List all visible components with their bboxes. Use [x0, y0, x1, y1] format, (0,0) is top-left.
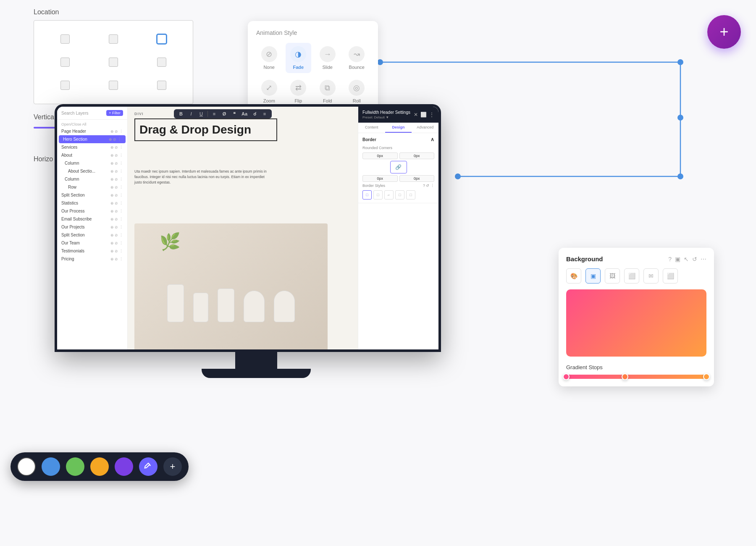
- bg-cursor-icon[interactable]: ↖: [684, 256, 689, 262]
- bg-reset-icon[interactable]: ↺: [692, 256, 697, 262]
- gradient-slider[interactable]: [566, 375, 706, 379]
- color-swatch-blue[interactable]: [42, 457, 60, 476]
- bold-button[interactable]: B: [177, 111, 185, 116]
- tab-design[interactable]: Design: [385, 123, 412, 133]
- sidebar-item-row[interactable]: Row ⊕ ⊘ ⋮: [57, 183, 127, 191]
- border-style-dashed[interactable]: ⌐: [384, 190, 394, 200]
- anim-item-none[interactable]: ⊘ None: [256, 43, 282, 73]
- color-swatch-orange[interactable]: [90, 457, 109, 476]
- list-button[interactable]: ≡: [261, 111, 268, 116]
- sidebar-item-about[interactable]: About ⊕ ⊘ ⋮: [57, 151, 127, 159]
- anim-item-fold[interactable]: ⧉ Fold: [315, 76, 341, 107]
- sidebar-item-services[interactable]: Services ⊕ ⊘ ⋮: [57, 143, 127, 151]
- fab-add-button[interactable]: +: [707, 15, 741, 49]
- svg-point-5: [677, 173, 683, 179]
- border-style-solid[interactable]: □: [373, 190, 383, 200]
- sidebar-item-about-section[interactable]: About Sectio... ⊕ ⊘ ⋮: [57, 167, 127, 175]
- corner-bl-input[interactable]: 0px: [362, 175, 398, 182]
- border-toggle[interactable]: ∧: [430, 136, 434, 142]
- quote-button[interactable]: ❝: [231, 111, 238, 117]
- expand-icon[interactable]: ⬜: [420, 112, 427, 118]
- anim-item-roll[interactable]: ◎ Roll: [344, 76, 370, 107]
- anim-item-zoom[interactable]: ⤢ Zoom: [256, 76, 282, 107]
- bg-more-icon[interactable]: ⋯: [701, 256, 706, 262]
- border-help[interactable]: ? ↺ ⋮: [423, 184, 434, 188]
- border-styles-label: Border Styles: [362, 184, 385, 188]
- border-style-double[interactable]: □: [406, 190, 415, 200]
- location-cell-bl[interactable]: [41, 74, 89, 97]
- location-cell-tc[interactable]: [89, 27, 137, 50]
- sidebar-item-testimonials[interactable]: Testimonials ⊕ ⊘ ⋮: [57, 247, 127, 255]
- open-close-all[interactable]: Open/Close All: [57, 120, 127, 127]
- color-swatch-white[interactable]: [17, 457, 36, 476]
- gradient-stop-2[interactable]: [622, 373, 628, 380]
- sidebar-item-statistics[interactable]: Statistics ⊕ ⊘ ⋮: [57, 199, 127, 207]
- border-style-dotted[interactable]: □: [395, 190, 404, 200]
- sidebar-item-column2[interactable]: Column ⊕ ⊘ ⋮: [57, 175, 127, 183]
- corner-tl-input[interactable]: 0px: [362, 152, 398, 159]
- bg-type-gradient[interactable]: ▣: [585, 268, 601, 284]
- sidebar-item-email-subscribe[interactable]: Email Subscribe ⊕ ⊘ ⋮: [57, 215, 127, 223]
- location-cell-ml[interactable]: [41, 50, 89, 74]
- sidebar-item-page-header[interactable]: Page Header ⊕ ⊘ ⋮: [57, 127, 127, 135]
- location-cell-mr[interactable]: [138, 50, 186, 74]
- add-color-button[interactable]: +: [163, 457, 182, 476]
- hero-text-box[interactable]: Drag & Drop Design: [134, 118, 277, 141]
- eyedropper-button[interactable]: [139, 457, 158, 476]
- location-cell-mc[interactable]: [89, 50, 137, 74]
- location-cell-tr[interactable]: [138, 27, 186, 50]
- tab-advanced[interactable]: Advanced: [412, 123, 438, 133]
- bg-type-mask[interactable]: ⬜: [663, 268, 678, 284]
- sidebar-item-pricing[interactable]: Pricing ⊕ ⊘ ⋮: [57, 255, 127, 263]
- bg-type-video[interactable]: ⬜: [624, 268, 639, 284]
- bg-type-color[interactable]: 🎨: [566, 268, 581, 284]
- location-panel: Location: [34, 8, 210, 104]
- monitor: Search Layers + Filter Open/Close All Pa…: [55, 104, 458, 378]
- corner-br-input[interactable]: 0px: [399, 175, 435, 182]
- filter-button[interactable]: + Filter: [106, 110, 123, 116]
- anim-item-fade[interactable]: ◑ Fade: [286, 43, 312, 73]
- anim-item-flip[interactable]: ⇄ Flip: [286, 76, 312, 107]
- settings-preset[interactable]: Preset: Default ▼: [362, 116, 410, 119]
- bg-type-pattern[interactable]: ✉: [643, 268, 659, 284]
- bg-help-icon[interactable]: ?: [668, 256, 672, 262]
- align-button[interactable]: ≡: [210, 111, 218, 116]
- color-swatch-green[interactable]: [66, 457, 84, 476]
- underline-button[interactable]: U: [197, 111, 205, 116]
- border-style-none[interactable]: □: [362, 190, 372, 200]
- anim-item-bounce[interactable]: ↝ Bounce: [344, 43, 370, 73]
- cosmetic-jar-1: [244, 291, 265, 322]
- gradient-stop-3[interactable]: [703, 373, 710, 380]
- tab-content[interactable]: Content: [358, 123, 385, 133]
- location-cell-tl[interactable]: [41, 27, 89, 50]
- sidebar-item-our-process[interactable]: Our Process ⊕ ⊘ ⋮: [57, 207, 127, 215]
- corner-tr-input[interactable]: 0px: [399, 152, 435, 159]
- more-icon[interactable]: ⋮: [429, 112, 434, 118]
- sidebar-item-column1[interactable]: Column ⊕ ⊘ ⋮: [57, 159, 127, 167]
- sidebar-item-label: Split Section: [61, 193, 85, 197]
- sidebar-item-icons: ⊕ ⊘ ⋮: [110, 161, 123, 165]
- corner-link-button[interactable]: 🔗: [390, 161, 407, 173]
- location-cell-bc[interactable]: [89, 74, 137, 97]
- color-button[interactable]: ☌: [251, 111, 258, 117]
- strikethrough-button[interactable]: Ø: [220, 111, 228, 116]
- italic-button[interactable]: I: [187, 111, 195, 116]
- anim-item-slide[interactable]: → Slide: [315, 43, 341, 73]
- bg-device-icon[interactable]: ▣: [675, 256, 680, 262]
- sidebar-item-label: Testimonials: [61, 249, 84, 253]
- settings-header: Fullwidth Header Settings Preset: Defaul…: [358, 107, 438, 123]
- sidebar-item-split-section2[interactable]: Split Section ⊕ ⊘ ⋮: [57, 231, 127, 239]
- close-icon[interactable]: ✕: [414, 112, 418, 118]
- location-cell-br[interactable]: [138, 74, 186, 97]
- sidebar-item-split-section[interactable]: Split Section ⊕ ⊘ ⋮: [57, 191, 127, 199]
- border-section-title: Border ∧: [362, 136, 434, 142]
- gradient-stop-1[interactable]: [563, 373, 570, 380]
- color-swatch-purple[interactable]: [115, 457, 133, 476]
- background-panel: Background ? ▣ ↖ ↺ ⋯ 🎨 ▣ 🖼 ⬜ ✉ ⬜ Gradien…: [559, 248, 714, 386]
- font-button[interactable]: Aa: [241, 111, 248, 116]
- corner-center-area: 🔗: [362, 161, 434, 173]
- sidebar-item-our-projects[interactable]: Our Projects ⊕ ⊘ ⋮: [57, 223, 127, 231]
- sidebar-item-our-team[interactable]: Our Team ⊕ ⊘ ⋮: [57, 239, 127, 247]
- sidebar-item-hero-section[interactable]: Hero Section ⊕ ⊘ ⋮: [59, 135, 126, 143]
- bg-type-image[interactable]: 🖼: [605, 268, 620, 284]
